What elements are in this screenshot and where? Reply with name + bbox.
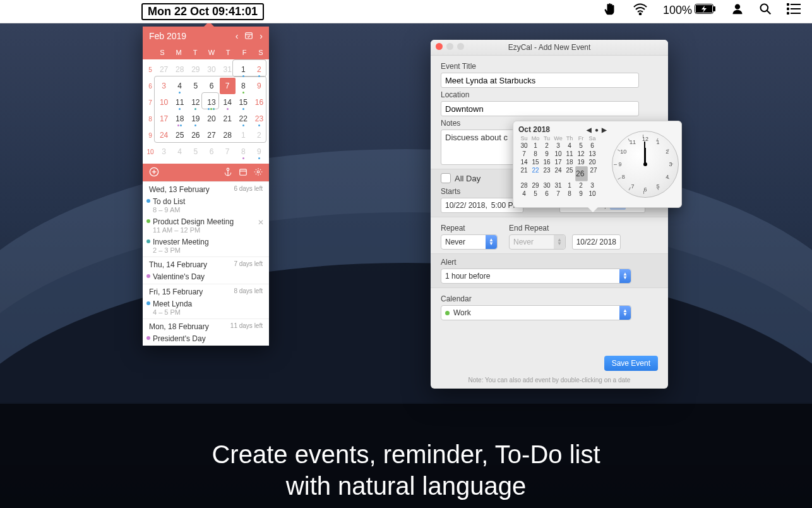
calendar-day[interactable]: 5 (188, 143, 203, 160)
calendar-day[interactable]: 17 (156, 111, 172, 127)
calendar-day[interactable]: 28 (172, 61, 188, 78)
next-month-icon[interactable]: › (260, 31, 263, 41)
calendar-day[interactable]: 3 (156, 143, 172, 160)
mini-next-icon[interactable]: ▶ (602, 126, 607, 133)
calendar-day[interactable]: 30 (203, 61, 219, 78)
mini-cal-day[interactable]: 17 (552, 158, 564, 166)
mini-cal-day[interactable]: 1 (530, 142, 541, 150)
mini-cal-day[interactable]: 7 (552, 190, 564, 198)
calendar-day[interactable]: 2 (251, 127, 267, 143)
battery-status[interactable]: 100% (663, 4, 716, 17)
save-event-button[interactable]: Save Event (604, 356, 658, 371)
calendar-day[interactable]: 5 (188, 78, 203, 94)
mini-cal-day[interactable]: 6 (541, 190, 552, 198)
analog-clock[interactable]: 123456789101112 (609, 121, 681, 207)
mini-cal-day[interactable]: 11 (564, 150, 575, 158)
wifi-icon[interactable] (633, 3, 648, 18)
mini-cal-day[interactable]: 20 (587, 158, 598, 166)
calendar-day[interactable]: 9 (251, 143, 267, 160)
start-datetime[interactable]: 10/22/ 2018, 5:00 PM (441, 198, 523, 213)
calendar-day[interactable]: 7 (220, 143, 236, 160)
close-icon[interactable]: ✕ (258, 218, 264, 227)
event-item[interactable]: Invester Meeting2 – 3 PM (143, 236, 269, 257)
calendar-day[interactable]: 25 (172, 127, 188, 143)
mini-cal-day[interactable]: 22 (530, 166, 541, 181)
allday-checkbox[interactable] (441, 173, 451, 183)
end-repeat-date[interactable]: 10/22/ 2018 (572, 234, 621, 250)
calendar-action-icon[interactable] (244, 31, 253, 42)
mini-cal-day[interactable]: 13 (587, 150, 598, 158)
event-item[interactable]: Valentine's Day (143, 271, 269, 284)
mini-today-icon[interactable]: ● (595, 126, 599, 133)
calendar-day[interactable]: 31 (220, 61, 236, 78)
calendar-day[interactable]: 7 (220, 78, 236, 94)
user-icon[interactable] (731, 3, 744, 18)
calendar-day[interactable]: 21 (220, 111, 236, 127)
add-event-icon[interactable] (149, 167, 159, 179)
calendar-day[interactable]: 11 (172, 94, 188, 111)
mini-cal-day[interactable]: 27 (588, 166, 599, 181)
calendar-day[interactable]: 15 (236, 94, 251, 111)
calendar-day[interactable]: 12 (188, 94, 203, 111)
mini-cal-day[interactable]: 30 (518, 142, 530, 150)
mini-cal-day[interactable]: 4 (518, 190, 530, 198)
mini-cal-day[interactable]: 3 (552, 142, 564, 150)
event-item[interactable]: Product Design Meeting11 AM – 12 PM✕ (143, 216, 269, 236)
mini-cal-day[interactable]: 30 (541, 181, 552, 190)
location-input[interactable] (441, 101, 639, 116)
calendar-day[interactable]: 6 (203, 143, 219, 160)
calendar-day[interactable]: 23 (251, 111, 267, 127)
mini-cal-day[interactable]: 4 (564, 142, 575, 150)
event-title-input[interactable] (441, 73, 639, 88)
calendar-day[interactable]: 27 (203, 127, 219, 143)
zoom-button[interactable] (457, 43, 464, 50)
calendar-grid[interactable]: 5272829303112634567897101112131415168171… (143, 59, 269, 164)
prev-month-icon[interactable]: ‹ (236, 31, 239, 41)
mini-cal-day[interactable]: 25 (564, 166, 575, 181)
mini-cal-day[interactable]: 19 (575, 158, 587, 166)
calendar-day[interactable]: 8 (236, 143, 251, 160)
calendar-day[interactable]: 19 (188, 111, 203, 127)
calendar-day[interactable]: 1 (236, 127, 251, 143)
mini-cal-day[interactable]: 2 (541, 142, 552, 150)
repeat-select[interactable]: Never▲▼ (441, 234, 498, 250)
calendar-day[interactable]: 6 (203, 78, 219, 94)
mini-cal-day[interactable]: 5 (530, 190, 541, 198)
mini-cal-day[interactable]: 10 (552, 150, 564, 158)
calendar-day[interactable]: 14 (220, 94, 236, 111)
calendar-day[interactable]: 9 (251, 78, 267, 94)
mini-cal-day[interactable]: 31 (552, 181, 564, 190)
calendar-day[interactable]: 3 (156, 78, 172, 94)
mini-cal-day[interactable]: 29 (530, 181, 541, 190)
close-button[interactable] (436, 43, 443, 50)
calendar-day[interactable]: 16 (251, 94, 267, 111)
menubar-clock[interactable]: Mon 22 Oct 09:41:01 (141, 3, 264, 20)
calendar-icon[interactable] (239, 167, 248, 178)
min-button[interactable] (446, 43, 453, 50)
calendar-day[interactable]: 4 (172, 78, 188, 94)
calendar-day[interactable]: 18 (172, 111, 188, 127)
calendar-day[interactable]: 27 (156, 61, 172, 78)
mini-cal-day[interactable]: 3 (587, 181, 598, 190)
calendar-day[interactable]: 8 (236, 78, 251, 94)
calendar-day[interactable]: 4 (172, 143, 188, 160)
mini-calendar[interactable]: Oct 2018 ◀●▶ SuMoTuWeThFrSa 301234567891… (513, 121, 609, 207)
event-item[interactable]: Meet Lynda4 – 5 PM (143, 298, 269, 318)
mini-cal-day[interactable]: 24 (552, 166, 564, 181)
alert-select[interactable]: 1 hour before▲▼ (441, 269, 631, 284)
mini-cal-day[interactable]: 18 (564, 158, 575, 166)
calendar-day[interactable]: 24 (156, 127, 172, 143)
mini-cal-day[interactable]: 21 (518, 166, 530, 181)
menu-icon[interactable] (787, 3, 801, 18)
event-item[interactable]: President's Day (143, 333, 269, 346)
mini-cal-day[interactable]: 16 (541, 158, 552, 166)
calendar-day[interactable]: 29 (188, 61, 203, 78)
mini-cal-day[interactable]: 1 (564, 181, 575, 190)
mini-cal-day[interactable]: 6 (587, 142, 598, 150)
mini-prev-icon[interactable]: ◀ (587, 126, 592, 133)
calendar-day[interactable]: 28 (220, 127, 236, 143)
mini-cal-day[interactable]: 8 (530, 150, 541, 158)
hand-icon[interactable] (604, 2, 618, 19)
event-item[interactable]: To do List8 – 9 AM (143, 196, 269, 216)
event-list[interactable]: Wed, 13 February6 days leftTo do List8 –… (143, 181, 269, 346)
